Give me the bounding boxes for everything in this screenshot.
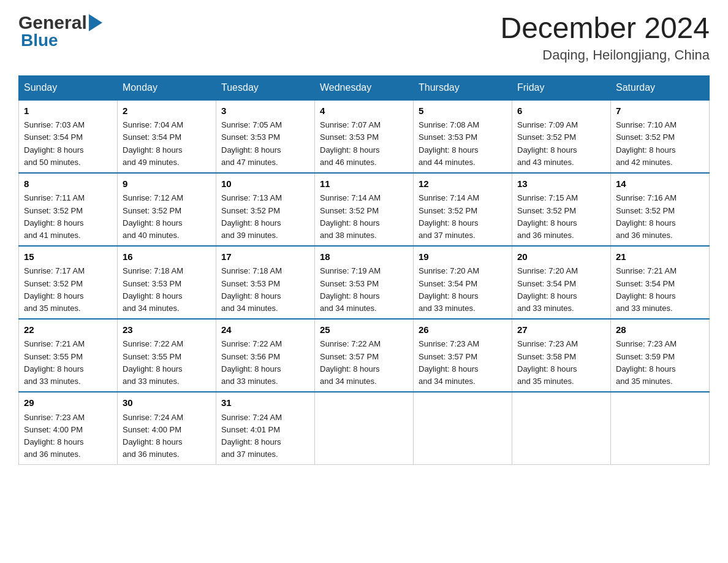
- calendar-day-27: 27Sunrise: 7:23 AMSunset: 3:58 PMDayligh…: [512, 319, 611, 392]
- day-number: 29: [24, 396, 112, 410]
- calendar-day-28: 28Sunrise: 7:23 AMSunset: 3:59 PMDayligh…: [611, 319, 710, 392]
- day-info: Sunrise: 7:10 AMSunset: 3:52 PMDaylight:…: [616, 120, 677, 166]
- day-info: Sunrise: 7:20 AMSunset: 3:54 PMDaylight:…: [517, 266, 578, 312]
- logo-general-text: General: [18, 12, 87, 33]
- calendar-day-4: 4Sunrise: 7:07 AMSunset: 3:53 PMDaylight…: [315, 100, 414, 173]
- day-info: Sunrise: 7:20 AMSunset: 3:54 PMDaylight:…: [419, 266, 479, 312]
- day-number: 6: [517, 104, 605, 118]
- day-number: 26: [419, 323, 507, 337]
- weekday-header-sunday: Sunday: [19, 75, 118, 100]
- weekday-header-monday: Monday: [118, 75, 216, 100]
- day-info: Sunrise: 7:22 AMSunset: 3:57 PMDaylight:…: [320, 339, 381, 385]
- calendar-day-16: 16Sunrise: 7:18 AMSunset: 3:53 PMDayligh…: [118, 246, 216, 319]
- title-section: December 2024 Daqing, Heilongjiang, Chin…: [500, 12, 710, 63]
- calendar-day-26: 26Sunrise: 7:23 AMSunset: 3:57 PMDayligh…: [414, 319, 512, 392]
- day-info: Sunrise: 7:21 AMSunset: 3:54 PMDaylight:…: [616, 266, 677, 312]
- day-number: 12: [419, 177, 507, 191]
- month-title: December 2024: [500, 12, 710, 45]
- calendar-header: SundayMondayTuesdayWednesdayThursdayFrid…: [19, 75, 710, 100]
- day-info: Sunrise: 7:23 AMSunset: 3:58 PMDaylight:…: [517, 339, 578, 385]
- calendar-day-14: 14Sunrise: 7:16 AMSunset: 3:52 PMDayligh…: [611, 173, 710, 246]
- weekday-header-wednesday: Wednesday: [315, 75, 414, 100]
- day-info: Sunrise: 7:24 AMSunset: 4:01 PMDaylight:…: [221, 413, 282, 459]
- day-info: Sunrise: 7:23 AMSunset: 4:00 PMDaylight:…: [24, 413, 85, 459]
- weekday-header-friday: Friday: [512, 75, 611, 100]
- day-info: Sunrise: 7:12 AMSunset: 3:52 PMDaylight:…: [123, 193, 183, 239]
- day-info: Sunrise: 7:09 AMSunset: 3:52 PMDaylight:…: [517, 120, 578, 166]
- logo: General Blue: [18, 12, 102, 50]
- empty-cell: [512, 392, 611, 465]
- calendar-day-31: 31Sunrise: 7:24 AMSunset: 4:01 PMDayligh…: [216, 392, 315, 465]
- day-info: Sunrise: 7:23 AMSunset: 3:57 PMDaylight:…: [419, 339, 479, 385]
- calendar-day-21: 21Sunrise: 7:21 AMSunset: 3:54 PMDayligh…: [611, 246, 710, 319]
- day-number: 24: [221, 323, 309, 337]
- day-number: 11: [320, 177, 408, 191]
- calendar-day-1: 1Sunrise: 7:03 AMSunset: 3:54 PMDaylight…: [19, 100, 118, 173]
- day-info: Sunrise: 7:24 AMSunset: 4:00 PMDaylight:…: [123, 413, 183, 459]
- day-number: 3: [221, 104, 309, 118]
- day-info: Sunrise: 7:23 AMSunset: 3:59 PMDaylight:…: [616, 339, 677, 385]
- weekday-header-saturday: Saturday: [611, 75, 710, 100]
- day-number: 7: [616, 104, 704, 118]
- day-number: 19: [419, 250, 507, 264]
- empty-cell: [414, 392, 512, 465]
- day-info: Sunrise: 7:04 AMSunset: 3:54 PMDaylight:…: [123, 120, 183, 166]
- day-number: 21: [616, 250, 704, 264]
- calendar-day-6: 6Sunrise: 7:09 AMSunset: 3:52 PMDaylight…: [512, 100, 611, 173]
- day-info: Sunrise: 7:16 AMSunset: 3:52 PMDaylight:…: [616, 193, 677, 239]
- day-number: 16: [123, 250, 211, 264]
- day-info: Sunrise: 7:21 AMSunset: 3:55 PMDaylight:…: [24, 339, 85, 385]
- day-number: 27: [517, 323, 605, 337]
- day-info: Sunrise: 7:22 AMSunset: 3:55 PMDaylight:…: [123, 339, 183, 385]
- calendar-day-12: 12Sunrise: 7:14 AMSunset: 3:52 PMDayligh…: [414, 173, 512, 246]
- day-info: Sunrise: 7:22 AMSunset: 3:56 PMDaylight:…: [221, 339, 282, 385]
- day-info: Sunrise: 7:18 AMSunset: 3:53 PMDaylight:…: [123, 266, 183, 312]
- calendar-day-23: 23Sunrise: 7:22 AMSunset: 3:55 PMDayligh…: [118, 319, 216, 392]
- calendar-day-7: 7Sunrise: 7:10 AMSunset: 3:52 PMDaylight…: [611, 100, 710, 173]
- day-number: 14: [616, 177, 704, 191]
- day-number: 4: [320, 104, 408, 118]
- day-info: Sunrise: 7:14 AMSunset: 3:52 PMDaylight:…: [419, 193, 479, 239]
- day-number: 30: [123, 396, 211, 410]
- day-number: 28: [616, 323, 704, 337]
- day-number: 2: [123, 104, 211, 118]
- day-info: Sunrise: 7:07 AMSunset: 3:53 PMDaylight:…: [320, 120, 381, 166]
- calendar-day-3: 3Sunrise: 7:05 AMSunset: 3:53 PMDaylight…: [216, 100, 315, 173]
- calendar-week-5: 29Sunrise: 7:23 AMSunset: 4:00 PMDayligh…: [19, 392, 710, 465]
- day-info: Sunrise: 7:13 AMSunset: 3:52 PMDaylight:…: [221, 193, 282, 239]
- calendar-day-8: 8Sunrise: 7:11 AMSunset: 3:52 PMDaylight…: [19, 173, 118, 246]
- calendar-day-17: 17Sunrise: 7:18 AMSunset: 3:53 PMDayligh…: [216, 246, 315, 319]
- logo-blue-text: Blue: [21, 31, 58, 50]
- calendar-day-29: 29Sunrise: 7:23 AMSunset: 4:00 PMDayligh…: [19, 392, 118, 465]
- page-header: General Blue December 2024 Daqing, Heilo…: [18, 12, 710, 63]
- calendar-body: 1Sunrise: 7:03 AMSunset: 3:54 PMDaylight…: [19, 100, 710, 465]
- svg-marker-0: [89, 14, 102, 31]
- day-number: 9: [123, 177, 211, 191]
- calendar-day-24: 24Sunrise: 7:22 AMSunset: 3:56 PMDayligh…: [216, 319, 315, 392]
- calendar-day-25: 25Sunrise: 7:22 AMSunset: 3:57 PMDayligh…: [315, 319, 414, 392]
- day-info: Sunrise: 7:03 AMSunset: 3:54 PMDaylight:…: [24, 120, 85, 166]
- calendar-day-15: 15Sunrise: 7:17 AMSunset: 3:52 PMDayligh…: [19, 246, 118, 319]
- empty-cell: [315, 392, 414, 465]
- day-number: 20: [517, 250, 605, 264]
- calendar-day-11: 11Sunrise: 7:14 AMSunset: 3:52 PMDayligh…: [315, 173, 414, 246]
- calendar-day-2: 2Sunrise: 7:04 AMSunset: 3:54 PMDaylight…: [118, 100, 216, 173]
- calendar-week-2: 8Sunrise: 7:11 AMSunset: 3:52 PMDaylight…: [19, 173, 710, 246]
- day-number: 1: [24, 104, 112, 118]
- day-number: 10: [221, 177, 309, 191]
- day-number: 15: [24, 250, 112, 264]
- day-info: Sunrise: 7:18 AMSunset: 3:53 PMDaylight:…: [221, 266, 282, 312]
- calendar-day-30: 30Sunrise: 7:24 AMSunset: 4:00 PMDayligh…: [118, 392, 216, 465]
- weekday-header-tuesday: Tuesday: [216, 75, 315, 100]
- logo-arrow-icon: [89, 14, 102, 31]
- day-number: 23: [123, 323, 211, 337]
- day-info: Sunrise: 7:11 AMSunset: 3:52 PMDaylight:…: [24, 193, 85, 239]
- day-number: 25: [320, 323, 408, 337]
- day-number: 17: [221, 250, 309, 264]
- calendar-week-3: 15Sunrise: 7:17 AMSunset: 3:52 PMDayligh…: [19, 246, 710, 319]
- calendar-day-13: 13Sunrise: 7:15 AMSunset: 3:52 PMDayligh…: [512, 173, 611, 246]
- day-info: Sunrise: 7:08 AMSunset: 3:53 PMDaylight:…: [419, 120, 479, 166]
- calendar-week-1: 1Sunrise: 7:03 AMSunset: 3:54 PMDaylight…: [19, 100, 710, 173]
- day-number: 31: [221, 396, 309, 410]
- calendar-day-9: 9Sunrise: 7:12 AMSunset: 3:52 PMDaylight…: [118, 173, 216, 246]
